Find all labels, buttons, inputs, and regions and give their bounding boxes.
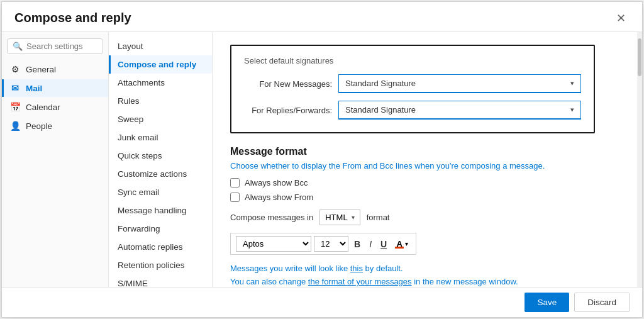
signatures-box: Select default signatures For New Messag… xyxy=(230,45,595,133)
modal-title: Compose and reply xyxy=(14,11,131,25)
close-button[interactable]: ✕ xyxy=(613,11,630,25)
nav-item-junk-email[interactable]: Junk email xyxy=(109,128,212,147)
replies-value: Standard Signature xyxy=(345,105,416,115)
nav-item-forwarding[interactable]: Forwarding xyxy=(109,220,212,238)
font-size-select[interactable]: 12 xyxy=(314,236,348,252)
italic-button[interactable]: I xyxy=(366,237,375,251)
replies-label: For Replies/Forwards: xyxy=(244,106,332,115)
always-show-bcc-checkbox[interactable] xyxy=(230,178,240,187)
nav-item-customize-actions[interactable]: Customize actions xyxy=(109,165,212,183)
new-messages-label: For New Messages: xyxy=(244,79,332,89)
sidebar-item-people[interactable]: 👤 People xyxy=(2,117,108,135)
chevron-down-icon: ▾ xyxy=(570,79,574,87)
search-input[interactable] xyxy=(26,42,97,51)
search-icon: 🔍 xyxy=(13,42,23,51)
always-show-bcc-row: Always show Bcc xyxy=(230,178,625,187)
nav-item-sweep[interactable]: Sweep xyxy=(109,110,212,128)
main-content: Select default signatures For New Messag… xyxy=(213,32,642,287)
message-format-section: Message format Choose whether to display… xyxy=(230,146,625,286)
nav-item-automatic-replies[interactable]: Automatic replies xyxy=(109,238,212,256)
compose-format-value: HTML xyxy=(325,213,347,222)
gear-icon: ⚙ xyxy=(9,64,21,74)
preview-suffix: by default. xyxy=(363,264,403,273)
nav-item-message-handling[interactable]: Message handling xyxy=(109,201,212,220)
nav-item-retention-policies[interactable]: Retention policies xyxy=(109,256,212,274)
font-color-indicator: A xyxy=(395,240,404,249)
nav-item-sync-email[interactable]: Sync email xyxy=(109,183,212,201)
modal-title-bar: Compose and reply ✕ xyxy=(2,2,642,32)
preview-text-2: You can also change the format of your m… xyxy=(230,277,625,286)
nav-item-quick-steps[interactable]: Quick steps xyxy=(109,147,212,165)
chevron-down-icon: ▾ xyxy=(405,240,408,247)
mail-icon: ✉ xyxy=(9,83,21,93)
font-color-button[interactable]: A ▾ xyxy=(392,238,411,250)
compose-format-dropdown[interactable]: HTML ▾ xyxy=(319,210,360,225)
sidebar-item-label: Mail xyxy=(26,84,42,93)
nav-panel: Layout Compose and reply Attachments Rul… xyxy=(109,32,213,287)
chevron-down-icon: ▾ xyxy=(352,214,355,221)
preview2-prefix: You can also change xyxy=(230,277,308,286)
font-family-select[interactable]: Aptos xyxy=(236,236,311,252)
compose-format-row: Compose messages in HTML ▾ format xyxy=(230,210,625,225)
sidebar-item-label: Calendar xyxy=(26,103,60,112)
new-messages-row: For New Messages: Standard Signature ▾ xyxy=(244,74,581,93)
sidebar-item-general[interactable]: ⚙ General xyxy=(2,60,108,78)
people-icon: 👤 xyxy=(9,121,21,131)
preview-link[interactable]: this xyxy=(350,264,363,273)
save-button[interactable]: Save xyxy=(525,293,569,312)
always-show-from-row: Always show From xyxy=(230,193,625,202)
signatures-box-title: Select default signatures xyxy=(244,56,581,65)
nav-item-rules[interactable]: Rules xyxy=(109,92,212,110)
scrollbar-track xyxy=(637,32,642,287)
nav-item-smime[interactable]: S/MIME xyxy=(109,274,212,287)
chevron-down-icon: ▾ xyxy=(570,106,574,114)
compose-label: Compose messages in xyxy=(230,213,313,222)
modal-body: 🔍 ⚙ General ✉ Mail 📅 Calendar 👤 People xyxy=(2,32,642,287)
preview2-suffix: in the new message window. xyxy=(412,277,518,286)
message-format-title: Message format xyxy=(230,146,625,157)
nav-item-layout[interactable]: Layout xyxy=(109,37,212,55)
new-messages-value: Standard Signature xyxy=(345,79,416,88)
sidebar: 🔍 ⚙ General ✉ Mail 📅 Calendar 👤 People xyxy=(2,32,109,287)
replies-row: For Replies/Forwards: Standard Signature… xyxy=(244,101,581,120)
sidebar-item-label: General xyxy=(26,65,56,74)
nav-item-compose-reply[interactable]: Compose and reply xyxy=(109,55,212,74)
always-show-from-checkbox[interactable] xyxy=(230,193,240,202)
sidebar-item-calendar[interactable]: 📅 Calendar xyxy=(2,98,108,116)
compose-format-suffix: format xyxy=(367,213,390,222)
preview-prefix: Messages you write will look like xyxy=(230,264,350,273)
always-show-from-label[interactable]: Always show From xyxy=(245,193,313,202)
font-toolbar: Aptos 12 B I U A ▾ xyxy=(230,233,416,255)
replies-dropdown[interactable]: Standard Signature ▾ xyxy=(338,101,581,120)
nav-item-attachments[interactable]: Attachments xyxy=(109,74,212,92)
bold-button[interactable]: B xyxy=(351,237,364,251)
sidebar-item-mail[interactable]: ✉ Mail xyxy=(2,79,108,97)
scrollbar-thumb[interactable] xyxy=(638,38,641,76)
modal-footer: Save Discard xyxy=(2,287,642,317)
preview-text-1: Messages you write will look like this b… xyxy=(230,264,625,273)
sidebar-item-label: People xyxy=(26,121,52,131)
settings-modal: Compose and reply ✕ 🔍 ⚙ General ✉ Mail 📅… xyxy=(1,1,643,318)
calendar-icon: 📅 xyxy=(9,102,21,112)
always-show-bcc-label[interactable]: Always show Bcc xyxy=(245,178,308,187)
underline-button[interactable]: U xyxy=(377,237,390,251)
message-format-subtitle: Choose whether to display the From and B… xyxy=(230,161,625,171)
discard-button[interactable]: Discard xyxy=(574,293,630,312)
preview2-link[interactable]: the format of your messages xyxy=(308,277,412,286)
new-messages-dropdown[interactable]: Standard Signature ▾ xyxy=(338,74,581,93)
search-box[interactable]: 🔍 xyxy=(7,38,103,54)
